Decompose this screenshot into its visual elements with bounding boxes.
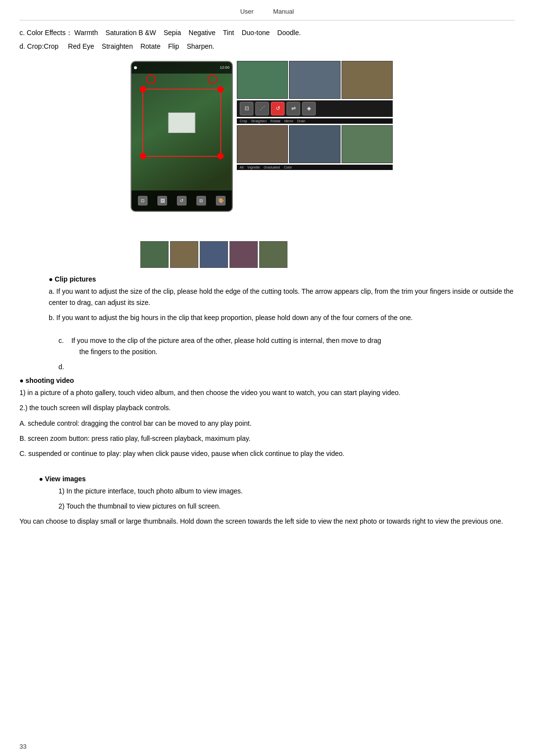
view-title: ● View images [19,475,515,483]
spacer-1 [19,463,515,471]
thumb-6 [342,125,393,163]
header-separator-text: Manual [273,8,294,15]
page-header: User Manual [19,5,515,20]
db-tool-4: ⊟ [196,196,206,206]
crop-selection [142,89,221,157]
header-left: User [240,8,253,15]
view-section: ● View images 1) In the picture interfac… [19,475,515,527]
thumb-1 [237,61,288,99]
db-tool-3: ↺ [177,196,187,206]
rp-icon-mirror: ⇌ [286,102,300,115]
bottom-thumb-row [140,241,287,268]
lbl-vignette: Vignette [248,166,260,169]
status-text: 12:00 [220,65,229,70]
tool-row: ⊡ ⋰ ↺ ⇌ ◈ [237,100,393,117]
labels-row-2: All Vignette Graduated Color [237,165,393,170]
page-number: 33 [19,743,26,750]
lbl-color: Color [284,166,292,169]
lbl-mirror: Mirror [285,119,293,123]
clip-para-b: b. If you want to adjust the big hours i… [19,312,515,323]
phone-device: 12:00 Reform Repeal Operation [131,61,233,212]
clip-title: ● Clip pictures [49,275,515,283]
clip-para-c: c. If you move to the clip of the pictur… [19,335,515,358]
red-ring-top-right [208,75,217,84]
lbl-crop: Crop [240,119,247,123]
bot-thumb-1 [140,241,169,268]
line-c-label: c. Color Effects： [19,29,73,37]
screenshot-image: 12:00 Reform Repeal Operation [131,61,403,236]
clip-title-text: ● Clip pictures [49,275,96,283]
db-icon-2: 🖼 [157,196,167,206]
db-icon-4: ⊟ [196,196,206,206]
view-para-1: 1) In the picture interface, touch photo… [19,486,515,497]
right-panel: ⊡ ⋰ ↺ ⇌ ◈ Crop Straighten Rotate Mirror … [237,61,393,212]
lbl-rotate: Rotate [270,119,281,123]
bot-thumb-2 [170,241,198,268]
bot-thumb-5 [259,241,287,268]
db-tool-5: 🎨 [216,196,226,206]
page-container: User Manual c. Color Effects： Warmth Sat… [0,0,534,756]
line-d-items: Red Eye Straighten Rotate Flip Sharpen. [68,42,214,50]
thumb-5 [289,125,340,163]
crop-dot-tl [140,86,146,93]
shooting-para-a: A. schedule control: dragging the contro… [19,418,515,429]
db-tool-1: ⊡ [138,196,148,206]
view-para-body: You can choose to display small or large… [19,516,515,527]
shooting-para-2: 2.) the touch screen will display playba… [19,402,515,414]
bot-thumb-4 [229,241,258,268]
crop-dot-br [217,153,224,159]
shooting-para-b: B. screen zoom button: press ratio play,… [19,433,515,444]
db-icon-5: 🎨 [216,196,226,206]
line-d-label: d. Crop:Crop [19,42,66,50]
line-c-items: Warmth Saturation B &W Sepia Negative Ti… [75,29,301,37]
white-center-box [169,113,195,133]
db-tool-2: 🖼 [157,196,167,206]
rp-icon-crop: ⊡ [240,102,253,115]
bottom-thumbs-right [237,125,393,163]
crop-dot-tr [217,86,224,93]
thumb-3 [342,61,393,99]
clip-para-d: d. [19,361,515,373]
rp-icon-drain: ◈ [302,102,316,115]
red-ring-top-left [146,75,156,84]
db-icon-3: ↺ [177,196,187,206]
line-c: c. Color Effects： Warmth Saturation B &W… [19,27,515,38]
lbl-all: All [240,166,244,169]
labels-row-1: Crop Straighten Rotate Mirror Drain [237,118,393,124]
view-para-2: 2) Touch the thumbnail to view pictures … [19,501,515,512]
clip-para-a: a. If you want to adjust the size of the… [19,286,515,308]
clip-section: ● Clip pictures a. If you want to adjust… [19,275,515,373]
lbl-straighten: Straighten [251,119,267,123]
shooting-title: ● shooting video [19,377,515,384]
line-d: d. Crop:Crop Red Eye Straighten Rotate F… [19,41,515,52]
lbl-graduated: Graduated [264,166,280,169]
shooting-section: ● shooting video 1) in a picture of a ph… [19,377,515,459]
rp-icon-rotate: ↺ [271,102,285,115]
lbl-drain: Drain [297,119,305,123]
status-dot [134,66,137,69]
crop-dot-bl [140,153,146,159]
db-icon-1: ⊡ [138,196,148,206]
thumb-4 [237,125,288,163]
shooting-para-1: 1) in a picture of a photo gallery, touc… [19,387,515,398]
device-topbar: 12:00 [132,62,232,74]
top-thumbs [237,61,393,99]
bot-thumb-3 [200,241,228,268]
thumb-2 [289,61,340,99]
device-bottombar: ⊡ 🖼 ↺ ⊟ 🎨 [132,190,232,211]
shooting-para-c: C. suspended or continue to play: play w… [19,448,515,459]
rp-icon-straighten: ⋰ [255,102,269,115]
